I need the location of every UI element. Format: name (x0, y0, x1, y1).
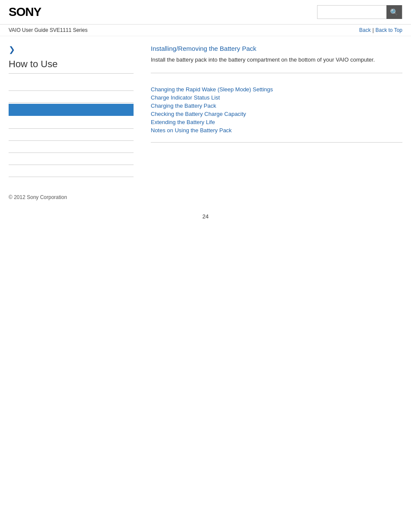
search-box: 🔍 (317, 5, 402, 19)
link-charging-battery[interactable]: Charging the Battery Pack (151, 103, 402, 109)
main-container: ❯ How to Use Installing/Removing the Bat… (0, 36, 411, 186)
page-number: 24 (0, 205, 411, 228)
link-extending-life[interactable]: Extending the Battery Life (151, 119, 402, 125)
section-1-description: Install the battery pack into the batter… (151, 56, 402, 64)
link-notes-battery[interactable]: Notes on Using the Battery Pack (151, 127, 402, 134)
expand-arrow-icon[interactable]: ❯ (9, 45, 15, 54)
content-area: Installing/Removing the Battery Pack Ins… (142, 45, 402, 177)
content-links-list: Changing the Rapid Wake (Sleep Mode) Set… (151, 86, 402, 134)
copyright-text: © 2012 Sony Corporation (9, 194, 67, 200)
nav-separator: | (372, 27, 374, 33)
sidebar-item-8[interactable] (9, 165, 134, 177)
link-rapid-wake[interactable]: Changing the Rapid Wake (Sleep Mode) Set… (151, 86, 402, 93)
back-to-top-link[interactable]: Back to Top (376, 27, 402, 33)
footer: © 2012 Sony Corporation (0, 186, 411, 205)
link-charge-indicator[interactable]: Charge Indicator Status List (151, 94, 402, 101)
sidebar-item-1[interactable] (9, 79, 134, 91)
search-input[interactable] (318, 7, 386, 17)
content-section-2: Changing the Rapid Wake (Sleep Mode) Set… (151, 86, 402, 143)
page-header: SONY 🔍 (0, 0, 411, 25)
sony-logo: SONY (9, 5, 41, 19)
sidebar: ❯ How to Use (9, 45, 142, 177)
search-icon: 🔍 (390, 8, 399, 16)
sidebar-title: How to Use (9, 59, 134, 74)
back-link[interactable]: Back (359, 27, 371, 33)
section-1-title[interactable]: Installing/Removing the Battery Pack (151, 45, 402, 52)
nav-links: Back | Back to Top (359, 27, 402, 33)
sidebar-item-5[interactable] (9, 129, 134, 141)
search-button[interactable]: 🔍 (386, 5, 402, 19)
sidebar-item-3-active[interactable] (9, 104, 134, 116)
sidebar-item-4[interactable] (9, 117, 134, 129)
link-checking-charge[interactable]: Checking the Battery Charge Capacity (151, 111, 402, 117)
content-section-1: Installing/Removing the Battery Pack Ins… (151, 45, 402, 73)
guide-title: VAIO User Guide SVE1111 Series (9, 27, 87, 33)
sidebar-item-2[interactable] (9, 91, 134, 103)
subheader: VAIO User Guide SVE1111 Series Back | Ba… (0, 25, 411, 36)
sidebar-item-7[interactable] (9, 153, 134, 165)
sidebar-item-6[interactable] (9, 141, 134, 153)
